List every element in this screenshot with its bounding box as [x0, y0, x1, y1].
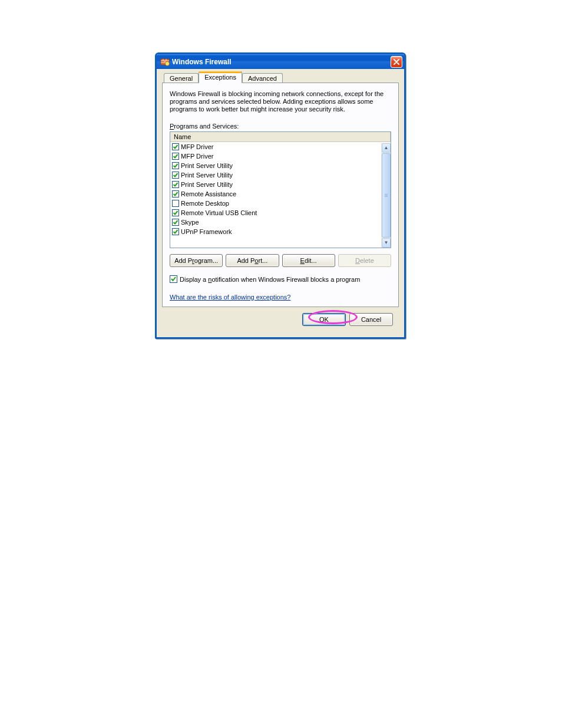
list-item[interactable]: Print Server Utility — [170, 180, 391, 189]
list-item-checkbox[interactable] — [172, 181, 179, 188]
programs-listbox[interactable]: Name MFP DriverMFP DriverPrint Server Ut… — [170, 131, 391, 248]
list-item-label: MFP Driver — [181, 143, 213, 150]
cancel-button[interactable]: Cancel — [349, 313, 393, 326]
list-item-label: Remote Assistance — [181, 190, 236, 197]
list-item-label: Print Server Utility — [181, 162, 233, 169]
edit-button[interactable]: Edit... — [282, 254, 335, 267]
titlebar[interactable]: Windows Firewall — [157, 54, 404, 69]
tab-exceptions[interactable]: Exceptions — [199, 71, 242, 83]
delete-button: Delete — [338, 254, 391, 267]
notify-checkbox[interactable] — [170, 275, 177, 283]
list-item-label: UPnP Framework — [181, 228, 232, 235]
list-item[interactable]: Print Server Utility — [170, 170, 391, 180]
list-item[interactable]: Skype — [170, 218, 391, 227]
description-text: Windows Firewall is blocking incoming ne… — [170, 90, 391, 113]
list-label: Programs and Services: — [170, 123, 391, 130]
list-item-checkbox[interactable] — [172, 190, 179, 197]
list-item-label: Remote Virtual USB Client — [181, 209, 257, 216]
list-item-label: Skype — [181, 219, 199, 226]
tab-strip: General Exceptions Advanced — [162, 73, 399, 83]
list-item-checkbox[interactable] — [172, 228, 179, 235]
risks-link[interactable]: What are the risks of allowing exception… — [170, 294, 290, 301]
list-item[interactable]: UPnP Framework — [170, 227, 391, 236]
add-program-button[interactable]: Add Program... — [170, 254, 223, 267]
scrollbar[interactable]: ▲ ▼ — [381, 143, 391, 248]
notify-row: Display a notification when Windows Fire… — [170, 275, 391, 283]
list-item[interactable]: Remote Assistance — [170, 189, 391, 199]
list-item[interactable]: Remote Desktop — [170, 199, 391, 208]
list-item-checkbox[interactable] — [172, 162, 179, 169]
action-buttons-row: Add Program... Add Port... Edit... Delet… — [170, 254, 391, 267]
svg-point-7 — [166, 61, 170, 65]
list-item-checkbox[interactable] — [172, 172, 179, 179]
list-rows: MFP DriverMFP DriverPrint Server Utility… — [170, 142, 391, 248]
list-item[interactable]: Print Server Utility — [170, 161, 391, 170]
column-header-name[interactable]: Name — [170, 132, 391, 142]
window-title: Windows Firewall — [172, 58, 391, 66]
list-item-label: Remote Desktop — [181, 200, 229, 207]
firewall-icon — [160, 57, 170, 67]
scroll-thumb[interactable] — [382, 153, 391, 238]
list-item-checkbox[interactable] — [172, 200, 179, 207]
list-item[interactable]: MFP Driver — [170, 151, 391, 161]
notify-label: Display a notification when Windows Fire… — [180, 276, 360, 283]
scroll-down-button[interactable]: ▼ — [382, 238, 391, 248]
scroll-up-button[interactable]: ▲ — [382, 143, 391, 153]
list-item[interactable]: Remote Virtual USB Client — [170, 208, 391, 218]
close-button[interactable] — [391, 56, 402, 68]
list-item-label: Print Server Utility — [181, 181, 233, 188]
firewall-dialog: Windows Firewall General Exceptions Adva… — [155, 52, 406, 339]
list-item-label: Print Server Utility — [181, 172, 233, 179]
add-port-button[interactable]: Add Port... — [226, 254, 279, 267]
list-item-checkbox[interactable] — [172, 143, 179, 150]
list-item-checkbox[interactable] — [172, 219, 179, 226]
tab-advanced[interactable]: Advanced — [242, 73, 283, 83]
dialog-content: General Exceptions Advanced Windows Fire… — [157, 69, 404, 337]
ok-button[interactable]: OK — [302, 313, 346, 326]
list-item[interactable]: MFP Driver — [170, 142, 391, 151]
tab-panel-exceptions: Windows Firewall is blocking incoming ne… — [162, 83, 399, 307]
list-item-checkbox[interactable] — [172, 153, 179, 160]
dialog-footer: OK Cancel — [162, 307, 399, 332]
tab-general[interactable]: General — [164, 73, 199, 83]
list-item-label: MFP Driver — [181, 153, 213, 160]
list-item-checkbox[interactable] — [172, 209, 179, 216]
